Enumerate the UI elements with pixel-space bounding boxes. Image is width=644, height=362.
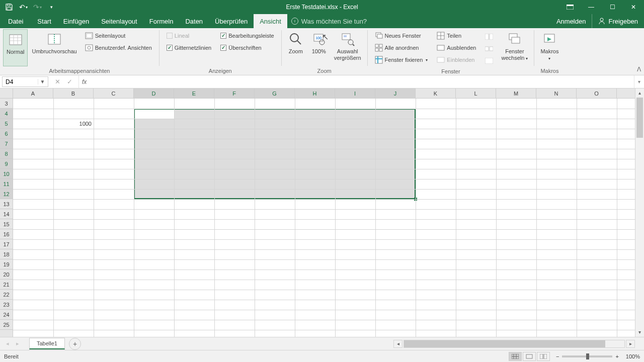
reset-position-button[interactable] — [483, 55, 495, 66]
close-button[interactable]: ✕ — [623, 0, 644, 14]
column-header-A[interactable]: A — [13, 88, 53, 98]
enter-formula-button[interactable]: ✓ — [64, 78, 74, 85]
tab-view[interactable]: Ansicht — [254, 14, 287, 28]
row-header-19[interactable]: 19 — [0, 259, 13, 269]
row-header-11[interactable]: 11 — [0, 179, 13, 189]
add-sheet-button[interactable]: + — [69, 338, 81, 350]
minimize-button[interactable]: — — [581, 0, 602, 14]
name-box-input[interactable] — [3, 78, 38, 85]
row-header-24[interactable]: 24 — [0, 310, 13, 320]
qat-customize-button[interactable]: ▾ — [45, 1, 57, 13]
formula-bar-checkbox[interactable]: Bearbeitungsleiste — [218, 30, 276, 41]
tab-insert[interactable]: Einfügen — [57, 14, 95, 28]
tab-pagelayout[interactable]: Seitenlayout — [95, 14, 143, 28]
share-button[interactable]: Freigeben — [592, 14, 644, 28]
pagelayout-view-button[interactable]: Seitenlayout — [83, 30, 154, 41]
zoom-level[interactable]: 100% — [626, 353, 640, 359]
scroll-down-arrow[interactable]: ▾ — [635, 328, 644, 337]
formula-input[interactable] — [90, 75, 634, 88]
row-header-9[interactable]: 9 — [0, 159, 13, 169]
pagebreak-view-shortcut[interactable] — [537, 352, 550, 361]
column-header-C[interactable]: C — [94, 88, 134, 98]
column-header-K[interactable]: K — [416, 88, 456, 98]
row-header-21[interactable]: 21 — [0, 280, 13, 290]
custom-views-button[interactable]: Benutzerdef. Ansichten — [83, 42, 154, 53]
name-box[interactable]: ▼ — [2, 76, 48, 87]
ribbon-options-button[interactable] — [559, 0, 581, 14]
column-header-L[interactable]: L — [456, 88, 496, 98]
sync-scroll-button[interactable] — [483, 43, 495, 54]
gridlines-checkbox[interactable]: Gitternetzlinien — [165, 42, 213, 53]
horizontal-scrollbar[interactable]: ◂ ▸ — [393, 340, 644, 348]
vertical-scrollbar[interactable]: ▴ ▾ — [635, 88, 644, 337]
column-header-H[interactable]: H — [295, 88, 335, 98]
split-button[interactable]: Teilen — [435, 30, 478, 41]
maximize-button[interactable]: ☐ — [602, 0, 623, 14]
tell-me-search[interactable]: ♀ Was möchten Sie tun? — [287, 14, 550, 28]
vscroll-thumb[interactable] — [636, 98, 643, 138]
zoom-button[interactable]: Zoom — [285, 29, 307, 66]
row-header-14[interactable]: 14 — [0, 209, 13, 219]
row-headers[interactable]: 345678910111213141516171819202122232425 — [0, 99, 13, 337]
pagebreak-preview-button[interactable]: Umbruchvorschau — [29, 29, 79, 66]
tab-review[interactable]: Überprüfen — [209, 14, 254, 28]
hscroll-track[interactable] — [404, 340, 625, 348]
zoom-selection-button[interactable]: Auswahlvergrößern — [331, 29, 364, 66]
row-header-15[interactable]: 15 — [0, 219, 13, 229]
name-box-dropdown[interactable]: ▼ — [38, 79, 47, 84]
save-button[interactable] — [3, 1, 15, 13]
formula-bar-expand[interactable]: ▾ — [634, 75, 644, 88]
tab-file[interactable]: Datei — [0, 14, 31, 28]
column-header-I[interactable]: I — [335, 88, 375, 98]
signin-button[interactable]: Anmelden — [550, 14, 592, 28]
row-header-23[interactable]: 23 — [0, 300, 13, 310]
row-header-18[interactable]: 18 — [0, 249, 13, 259]
column-header-B[interactable]: B — [53, 88, 94, 98]
row-header-10[interactable]: 10 — [0, 169, 13, 179]
scroll-up-arrow[interactable]: ▴ — [635, 88, 644, 98]
hide-button[interactable]: Ausblenden — [435, 42, 478, 53]
macros-button[interactable]: Makros▾ — [537, 29, 561, 66]
select-all-corner[interactable] — [0, 88, 13, 99]
row-header-5[interactable]: 5 — [0, 119, 13, 129]
collapse-ribbon-button[interactable]: ᐱ — [637, 66, 641, 73]
row-header-17[interactable]: 17 — [0, 239, 13, 249]
cell-B5[interactable]: 1000 — [53, 119, 94, 129]
row-header-7[interactable]: 7 — [0, 139, 13, 149]
zoom-in-button[interactable]: + — [615, 353, 618, 359]
row-header-12[interactable]: 12 — [0, 189, 13, 199]
row-header-13[interactable]: 13 — [0, 199, 13, 209]
column-header-F[interactable]: F — [214, 88, 255, 98]
column-header-J[interactable]: J — [375, 88, 416, 98]
row-header-16[interactable]: 16 — [0, 229, 13, 239]
row-header-6[interactable]: 6 — [0, 129, 13, 139]
row-header-4[interactable]: 4 — [0, 109, 13, 119]
column-header-M[interactable]: M — [496, 88, 536, 98]
tab-start[interactable]: Start — [31, 14, 57, 28]
new-window-button[interactable]: Neues Fenster — [373, 30, 430, 41]
hscroll-thumb[interactable] — [404, 340, 605, 347]
column-header-D[interactable]: D — [134, 88, 174, 98]
row-header-22[interactable]: 22 — [0, 290, 13, 300]
sheet-nav-next[interactable]: ▸ — [13, 339, 22, 348]
zoom-thumb[interactable] — [586, 353, 589, 359]
cell-area[interactable]: 1000 — [13, 99, 635, 337]
normal-view-shortcut[interactable] — [509, 352, 522, 361]
zoom-100-button[interactable]: 100100% — [308, 29, 330, 66]
sheet-nav-prev[interactable]: ◂ — [3, 339, 12, 348]
zoom-slider[interactable]: − + 100% — [556, 353, 640, 359]
pagelayout-view-shortcut[interactable] — [523, 352, 536, 361]
cancel-formula-button[interactable]: ✕ — [52, 78, 62, 85]
tab-formulas[interactable]: Formeln — [143, 14, 180, 28]
row-header-8[interactable]: 8 — [0, 149, 13, 159]
scroll-right-arrow[interactable]: ▸ — [626, 340, 635, 348]
row-header-20[interactable]: 20 — [0, 269, 13, 280]
normal-view-button[interactable]: Normal — [3, 29, 28, 66]
view-side-by-side-button[interactable] — [483, 31, 495, 42]
row-header-3[interactable]: 3 — [0, 99, 13, 109]
redo-button[interactable]: ↷▾ — [31, 1, 43, 13]
tab-data[interactable]: Daten — [179, 14, 209, 28]
switch-windows-button[interactable]: Fensterwechseln ▾ — [498, 29, 531, 66]
column-header-E[interactable]: E — [174, 88, 214, 98]
row-header-25[interactable]: 25 — [0, 320, 13, 330]
